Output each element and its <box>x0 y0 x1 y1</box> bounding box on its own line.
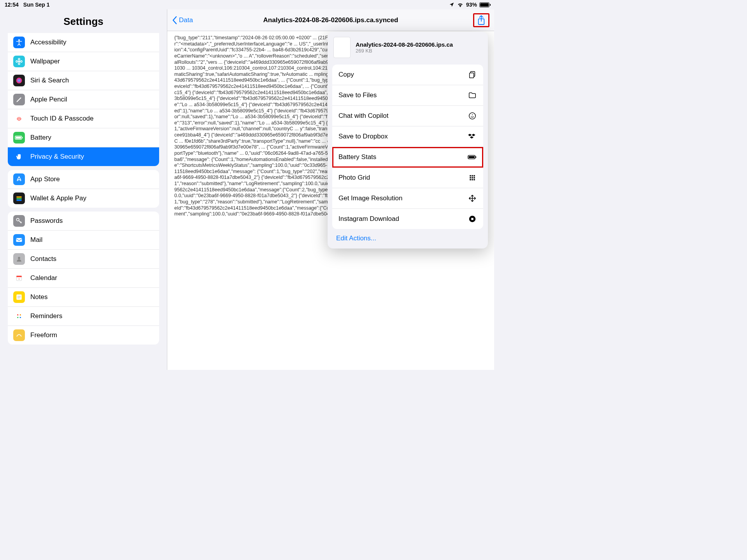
sidebar-item-siri[interactable]: Siri & Search <box>8 71 159 90</box>
sidebar-item-passwords[interactable]: Passwords <box>8 212 159 231</box>
svg-rect-38 <box>470 179 471 180</box>
svg-rect-33 <box>472 175 473 176</box>
folder-icon <box>468 91 477 100</box>
svg-point-20 <box>17 314 18 315</box>
row-label: Battery <box>30 134 51 142</box>
svg-rect-37 <box>473 177 475 178</box>
settings-group-1: AccessibilityWallpaperSiri & SearchApple… <box>8 33 159 166</box>
sidebar-item-privacy[interactable]: Privacy & Security <box>8 147 159 166</box>
svg-rect-39 <box>472 179 473 180</box>
svg-point-5 <box>21 61 22 62</box>
hand-icon <box>13 151 25 163</box>
svg-rect-42 <box>471 218 473 220</box>
action-dropbox[interactable]: Save to Dropbox <box>332 126 483 147</box>
sidebar-item-wallet[interactable]: Wallet & Apple Pay <box>8 189 159 208</box>
row-label: Calendar <box>30 274 57 282</box>
copy-icon <box>468 70 477 79</box>
detail-header: Data Analytics-2024-08-26-020606.ips.ca.… <box>167 9 494 31</box>
svg-rect-14 <box>16 238 22 242</box>
row-label: Wallet & Apple Pay <box>30 194 86 202</box>
svg-point-3 <box>18 63 20 65</box>
svg-point-28 <box>472 114 473 115</box>
sidebar-item-freeform[interactable]: Freeform <box>8 326 159 345</box>
status-bar: 12:54 Sun Sep 1 93% <box>0 0 494 9</box>
touchid-icon <box>13 113 25 124</box>
action-photogrid[interactable]: Photo Grid <box>332 168 483 188</box>
row-label: Notes <box>30 293 47 301</box>
siri-icon <box>13 75 25 86</box>
row-label: Mail <box>30 236 42 244</box>
sidebar-item-accessibility[interactable]: Accessibility <box>8 33 159 52</box>
sidebar-item-battery[interactable]: Battery <box>8 128 159 147</box>
share-button[interactable] <box>473 13 489 27</box>
sidebar: Settings AccessibilityWallpaperSiri & Se… <box>0 9 167 370</box>
notes-icon <box>13 291 25 303</box>
wifi-icon <box>457 2 464 7</box>
action-copy[interactable]: Copy <box>332 65 483 85</box>
action-batterystats[interactable]: Battery Stats <box>332 147 483 168</box>
svg-point-15 <box>18 257 20 259</box>
contacts-icon <box>13 253 25 265</box>
pencil-icon <box>13 94 25 105</box>
battery-small-icon <box>468 152 477 162</box>
back-label: Data <box>179 16 193 24</box>
svg-rect-10 <box>16 196 21 198</box>
svg-rect-31 <box>475 156 476 158</box>
action-label: Get Image Resolution <box>338 194 402 202</box>
action-label: Save to Files <box>338 91 377 99</box>
svg-point-4 <box>16 61 18 62</box>
flower-icon <box>13 56 25 67</box>
share-sheet: Analytics-2024-08-26-020606.ips.ca 269 K… <box>328 32 488 248</box>
svg-point-6 <box>16 78 22 84</box>
action-label: Copy <box>338 71 354 79</box>
dropbox-icon <box>468 132 477 141</box>
sidebar-item-wallpaper[interactable]: Wallpaper <box>8 52 159 71</box>
sidebar-item-mail[interactable]: Mail <box>8 231 159 250</box>
action-label: Battery Stats <box>338 153 376 161</box>
action-savefiles[interactable]: Save to Files <box>332 85 483 106</box>
row-label: Privacy & Security <box>30 153 84 161</box>
svg-rect-12 <box>16 200 21 201</box>
status-date: Sun Sep 1 <box>23 2 50 8</box>
back-button[interactable]: Data <box>167 16 193 24</box>
key-icon <box>13 215 25 227</box>
action-label: Save to Dropbox <box>338 133 388 140</box>
copilot-icon <box>468 111 477 121</box>
action-label: Photo Grid <box>338 174 370 182</box>
grid-icon <box>468 173 477 182</box>
svg-rect-35 <box>470 177 471 178</box>
sidebar-item-pencil[interactable]: Apple Pencil <box>8 90 159 109</box>
row-label: Apple Pencil <box>30 96 67 103</box>
sidebar-title: Settings <box>0 9 167 33</box>
svg-rect-9 <box>22 137 23 138</box>
svg-point-23 <box>20 317 21 318</box>
battery-icon <box>479 2 489 7</box>
svg-point-27 <box>469 113 476 119</box>
appstore-icon <box>13 173 25 185</box>
row-label: Contacts <box>30 255 56 263</box>
reminders-icon <box>13 310 25 322</box>
svg-point-18 <box>19 279 19 280</box>
accessibility-icon <box>13 37 25 48</box>
sidebar-item-notes[interactable]: Notes <box>8 288 159 307</box>
sidebar-item-touchid[interactable]: Touch ID & Passcode <box>8 109 159 128</box>
file-info: Analytics-2024-08-26-020606.ips.ca 269 K… <box>328 32 488 63</box>
mail-icon <box>13 234 25 246</box>
row-label: Wallpaper <box>30 58 60 65</box>
circle-stop-icon <box>468 214 477 224</box>
edit-actions-button[interactable]: Edit Actions... <box>328 229 488 245</box>
svg-rect-32 <box>470 175 471 176</box>
sidebar-item-reminders[interactable]: Reminders <box>8 307 159 326</box>
svg-point-1 <box>18 61 20 63</box>
action-imageres[interactable]: Get Image Resolution <box>332 188 483 209</box>
sidebar-item-contacts[interactable]: Contacts <box>8 250 159 269</box>
sidebar-item-appstore[interactable]: App Store <box>8 170 159 189</box>
action-instagram[interactable]: Instagram Download <box>332 209 483 229</box>
row-label: Reminders <box>30 312 62 320</box>
svg-point-22 <box>17 317 18 318</box>
sidebar-item-calendar[interactable]: Calendar <box>8 269 159 288</box>
action-copilot[interactable]: Chat with Copilot <box>332 106 483 126</box>
svg-point-21 <box>20 314 21 315</box>
arrows-icon <box>468 194 477 203</box>
row-label: App Store <box>30 175 60 183</box>
